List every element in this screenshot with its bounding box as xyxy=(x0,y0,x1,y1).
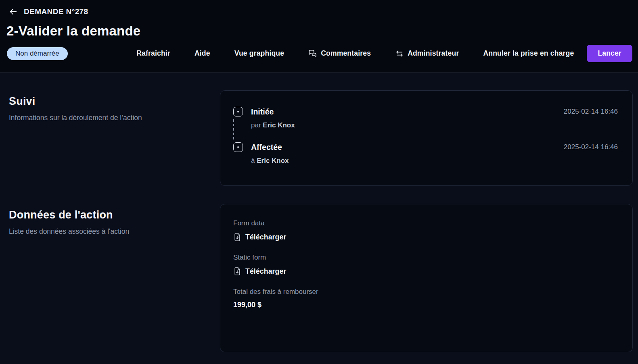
cancel-assignment-button[interactable]: Annuler la prise en charge xyxy=(483,49,574,58)
field-label: Form data xyxy=(233,219,618,227)
detail-name: Eric Knox xyxy=(263,121,295,129)
tracking-section-title: Suivi xyxy=(9,95,196,108)
timeline-connector-cell xyxy=(233,116,243,142)
timeline-entry-detail: par Eric Knox xyxy=(251,121,556,129)
comments-button[interactable]: Commentaires xyxy=(308,49,371,58)
static-form-download-link[interactable]: Télécharger xyxy=(233,266,286,276)
dot-square-icon xyxy=(233,107,243,116)
arrow-left-icon xyxy=(9,7,18,16)
timeline-connector-cell xyxy=(233,152,243,165)
refresh-button[interactable]: Rafraîchir xyxy=(136,49,170,58)
admin-button-label: Administrateur xyxy=(408,49,459,58)
action-data-section-info: Données de l'action Liste des données as… xyxy=(9,204,220,352)
page-title: 2-Valider la demande xyxy=(6,23,632,39)
graph-view-button[interactable]: Vue graphique xyxy=(234,49,284,58)
total-fees-value: 199,00 $ xyxy=(233,301,618,309)
main-content: Suivi Informations sur la déroulement de… xyxy=(0,73,638,364)
timeline-entry: Affectée 2025-02-14 16:46 à Eric Knox xyxy=(233,142,618,165)
page-header: DEMANDE N°278 2-Valider la demande Non d… xyxy=(0,0,638,73)
comments-button-label: Commentaires xyxy=(321,49,371,58)
help-button-label: Aide xyxy=(195,49,210,58)
cancel-assignment-button-label: Annuler la prise en charge xyxy=(483,49,574,58)
app-window: DEMANDE N°278 2-Valider la demande Non d… xyxy=(0,0,638,364)
action-data-section-title: Données de l'action xyxy=(9,209,196,221)
timeline-entry: Initiée 2025-02-14 16:46 par Eric Knox xyxy=(233,107,618,142)
download-link-label: Télécharger xyxy=(245,233,286,241)
tracking-section-description: Informations sur la déroulement de l’act… xyxy=(9,113,142,123)
file-download-icon xyxy=(233,232,241,242)
action-data-section: Données de l'action Liste des données as… xyxy=(9,204,633,352)
breadcrumb-row: DEMANDE N°278 xyxy=(9,7,632,16)
timeline-entry-title: Initiée xyxy=(251,107,556,116)
form-data-download-link[interactable]: Télécharger xyxy=(233,232,286,242)
field-label: Total des frais à rembourser xyxy=(233,288,618,296)
toolbar: Non démarrée Rafraîchir Aide Vue graphiq… xyxy=(6,45,632,73)
dot-square-icon xyxy=(233,142,243,152)
timeline-entry-timestamp: 2025-02-14 16:46 xyxy=(564,142,618,152)
form-data-field: Form data Télécharger xyxy=(233,219,618,243)
timeline-connector xyxy=(233,119,243,139)
field-label: Static form xyxy=(233,254,618,262)
detail-prefix: par xyxy=(251,121,261,129)
timeline-entry-timestamp: 2025-02-14 16:46 xyxy=(564,107,618,116)
tracking-section: Suivi Informations sur la déroulement de… xyxy=(9,90,633,186)
help-button[interactable]: Aide xyxy=(195,49,210,58)
graph-view-button-label: Vue graphique xyxy=(234,49,284,58)
tracking-section-info: Suivi Informations sur la déroulement de… xyxy=(9,90,220,186)
timeline-card: Initiée 2025-02-14 16:46 par Eric Knox A… xyxy=(220,90,633,186)
admin-button[interactable]: Administrateur xyxy=(395,49,459,58)
static-form-field: Static form Télécharger xyxy=(233,254,618,278)
transfer-arrows-icon xyxy=(395,49,404,58)
breadcrumb: DEMANDE N°278 xyxy=(24,7,88,16)
marker-dot xyxy=(237,111,239,112)
marker-dot xyxy=(237,146,239,148)
back-button[interactable] xyxy=(9,7,18,16)
launch-button[interactable]: Lancer xyxy=(587,45,632,62)
timeline-entry-detail: à Eric Knox xyxy=(251,157,556,165)
action-data-card: Form data Télécharger Static form xyxy=(220,204,633,352)
detail-prefix: à xyxy=(251,157,255,164)
file-download-icon xyxy=(233,266,241,276)
status-badge: Non démarrée xyxy=(7,47,68,60)
refresh-button-label: Rafraîchir xyxy=(136,49,170,58)
action-data-section-description: Liste des données associées à l'action xyxy=(9,227,142,237)
detail-name: Eric Knox xyxy=(257,157,289,164)
timeline-entry-title: Affectée xyxy=(251,142,556,152)
speech-bubbles-icon xyxy=(308,49,317,58)
download-link-label: Télécharger xyxy=(245,267,286,276)
total-fees-field: Total des frais à rembourser 199,00 $ xyxy=(233,288,618,309)
